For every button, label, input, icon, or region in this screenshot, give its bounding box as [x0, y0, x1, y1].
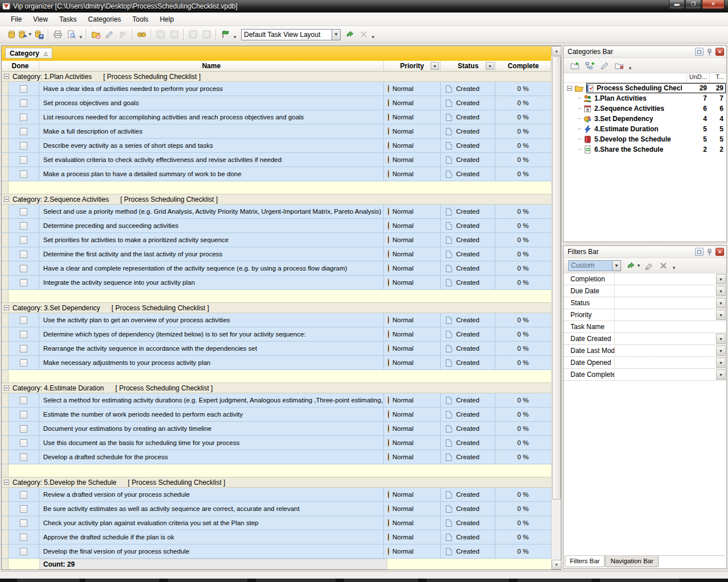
edit-task-button[interactable] — [102, 28, 116, 41]
done-checkbox[interactable] — [20, 331, 27, 338]
table-row[interactable]: Make a process plan to have a detailed s… — [2, 167, 551, 181]
layout-combo[interactable]: Default Task View Layout ▼ — [241, 29, 341, 40]
done-checkbox[interactable] — [20, 439, 27, 447]
done-checkbox[interactable] — [20, 114, 27, 121]
done-checkbox[interactable] — [20, 251, 27, 258]
filter-dropdown-icon[interactable]: ▼ — [716, 346, 726, 356]
done-checkbox[interactable] — [20, 491, 27, 498]
menu-item-view[interactable]: View — [28, 14, 53, 25]
filter-preset-value[interactable]: Custom — [568, 260, 613, 271]
table-row[interactable]: Develop the final version of your proces… — [2, 544, 551, 559]
panel-pin-icon[interactable] — [705, 248, 714, 256]
column-header-complete[interactable]: Complete — [496, 61, 551, 71]
filter-value-field[interactable] — [615, 309, 726, 321]
done-checkbox[interactable] — [20, 99, 27, 107]
menu-item-help[interactable]: Help — [155, 14, 179, 25]
collapse-icon[interactable] — [4, 480, 9, 485]
table-row[interactable]: Determine the first activity and the las… — [2, 247, 551, 261]
delete-filter-button[interactable] — [656, 259, 670, 272]
scrollbar-thumb[interactable] — [552, 56, 561, 500]
done-checkbox[interactable] — [20, 359, 27, 367]
filter-value-field[interactable] — [615, 297, 726, 309]
collapse-icon[interactable] — [4, 197, 9, 202]
collapse-icon[interactable] — [4, 305, 9, 310]
edit-category-button[interactable] — [598, 59, 611, 72]
vertical-scrollbar[interactable]: ▲ ▼ — [551, 46, 561, 569]
done-checkbox[interactable] — [20, 208, 27, 215]
group-header-row[interactable]: Category: 4.Estimate Duration[ Process S… — [2, 383, 551, 393]
table-row[interactable]: Use the activity plan to get an overview… — [2, 313, 551, 327]
filter-value-field[interactable] — [615, 285, 726, 297]
menu-item-tasks[interactable]: Tasks — [54, 14, 82, 25]
table-row[interactable]: Be sure activity estimates as well as ac… — [2, 502, 551, 516]
menu-item-file[interactable]: File — [6, 14, 27, 25]
tree-col-undone[interactable]: UnD... — [686, 73, 709, 82]
new-database-button[interactable] — [5, 28, 18, 41]
column-filter-icon[interactable]: ▼ — [486, 62, 494, 70]
table-row[interactable]: Determine preceding and succeeding activ… — [2, 219, 551, 233]
filter-dropdown-icon[interactable]: ▼ — [716, 334, 726, 344]
filter-value-field[interactable] — [615, 357, 726, 368]
new-category-button[interactable] — [568, 59, 582, 72]
filter-dropdown-icon[interactable]: ▼ — [716, 310, 726, 320]
panel-minimize-icon[interactable] — [695, 248, 704, 256]
done-checkbox[interactable] — [20, 548, 27, 555]
group-header-row[interactable]: Category: 5.Develop the Schedule[ Proces… — [2, 477, 551, 488]
apply-layout-button[interactable] — [343, 28, 357, 41]
done-checkbox[interactable] — [20, 222, 27, 230]
layout-combo-dropdown-icon[interactable]: ▼ — [332, 29, 341, 40]
group-by-category-button[interactable]: Category △ — [5, 48, 52, 59]
toolbar-overflow-icon[interactable]: ▼ — [78, 35, 84, 41]
filter-preset-dropdown-icon[interactable]: ▼ — [613, 260, 621, 271]
filter-value-field[interactable] — [615, 369, 726, 380]
toolbar-overflow-icon[interactable]: ▼ — [232, 35, 238, 41]
column-header-status[interactable]: Status▼ — [441, 61, 496, 71]
restore-button[interactable]: ❐ — [685, 0, 701, 9]
close-button[interactable]: ✕ — [702, 0, 725, 9]
tree-item[interactable]: ┈3.Set Dependency44 — [564, 114, 726, 124]
print-button[interactable] — [51, 28, 64, 41]
done-checkbox[interactable] — [20, 156, 27, 164]
menu-item-tools[interactable]: Tools — [127, 14, 154, 25]
tab-filters-bar[interactable]: Filters Bar — [565, 556, 605, 567]
done-checkbox[interactable] — [20, 265, 27, 272]
done-checkbox[interactable] — [20, 519, 27, 527]
done-checkbox[interactable] — [20, 128, 27, 135]
table-row[interactable]: Review a drafted version of your process… — [2, 488, 551, 502]
filter-value-field[interactable] — [615, 345, 726, 356]
table-row[interactable]: Set evaluation criteria to check activit… — [2, 153, 551, 167]
tree-root-item[interactable]: Process Scheduling Checklist2929 — [564, 83, 726, 93]
done-checkbox[interactable] — [20, 397, 27, 404]
filter-value-field[interactable] — [615, 273, 726, 285]
table-row[interactable]: Estimate the number of work periods need… — [2, 408, 551, 422]
filter-preset-combo[interactable]: Custom ▼ — [568, 260, 621, 271]
table-row[interactable]: Use this document as the basis for sched… — [2, 436, 551, 450]
print-preview-button[interactable] — [64, 28, 78, 41]
done-checkbox[interactable] — [20, 171, 27, 178]
filter-dropdown-icon[interactable]: ▼ — [716, 298, 726, 308]
done-checkbox[interactable] — [20, 534, 27, 541]
table-row[interactable]: Integrate the activity sequence into you… — [2, 276, 551, 290]
menu-item-categories[interactable]: Categories — [83, 14, 126, 25]
filter-dropdown-icon[interactable]: ▼ — [716, 357, 726, 368]
column-header-priority[interactable]: Priority▼ — [384, 61, 441, 71]
table-row[interactable]: Describe every activity as a series of s… — [2, 139, 551, 153]
column-header-done[interactable]: Done — [2, 61, 39, 71]
new-task-button[interactable] — [89, 28, 102, 41]
panel-close-icon[interactable]: ✕ — [715, 248, 724, 256]
filter-dropdown-icon[interactable]: ▼ — [716, 274, 726, 284]
toolbar-overflow-icon[interactable]: ▼ — [627, 66, 633, 73]
scroll-up-icon[interactable]: ▲ — [552, 46, 561, 56]
find-button[interactable] — [135, 28, 148, 41]
toolbar-overflow-icon[interactable]: ▼ — [671, 265, 677, 272]
tree-item[interactable]: ┈6.Share the Schedule22 — [564, 144, 726, 155]
apply-filter-button[interactable]: ▼ — [627, 259, 640, 272]
filter-dropdown-icon[interactable]: ▼ — [716, 369, 726, 380]
done-checkbox[interactable] — [20, 411, 27, 418]
tree-item[interactable]: ┈52.Sequence Activities66 — [564, 103, 726, 114]
table-row[interactable]: Approve the drafted schedule if the plan… — [2, 530, 551, 544]
table-row[interactable]: Make necessary adjustments to your proce… — [2, 356, 551, 370]
done-checkbox[interactable] — [20, 345, 27, 352]
group-header-row[interactable]: Category: 3.Set Dependency[ Process Sche… — [2, 303, 551, 313]
done-checkbox[interactable] — [20, 317, 27, 324]
